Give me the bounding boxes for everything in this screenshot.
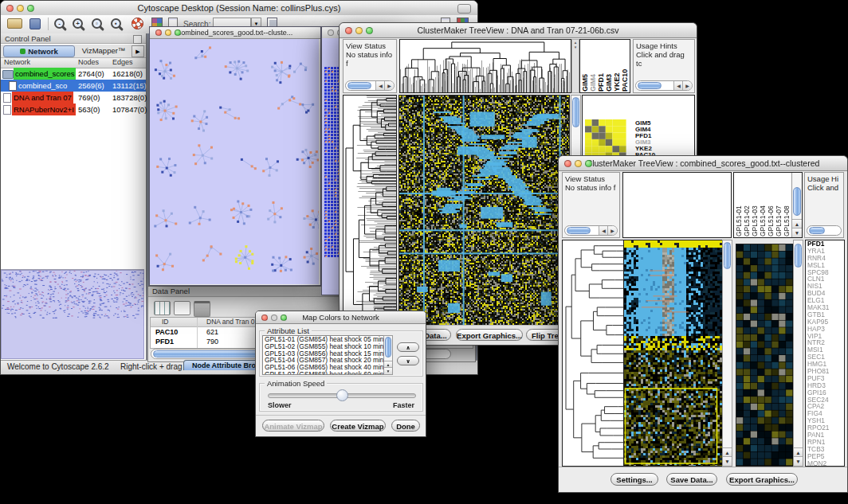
gene-label[interactable]: MON2 — [807, 460, 844, 467]
tv1-main-heatmap[interactable] — [398, 95, 570, 326]
tv2-status-scrollbar[interactable]: ◀ ▶ — [564, 225, 618, 236]
minimize-icon[interactable] — [165, 29, 171, 36]
settings-button[interactable]: Settings... — [610, 473, 658, 486]
treeview2-title-bar[interactable]: ClusterMaker TreeView : combined_scores_… — [559, 156, 847, 171]
gene-label[interactable]: FIG4 — [807, 410, 844, 417]
tv1-zoom-heatmap[interactable] — [585, 119, 626, 159]
window-controls[interactable] — [6, 1, 34, 15]
zoom-fit-icon[interactable]: ▪ — [110, 18, 124, 30]
gene-label[interactable]: CLN1 — [807, 275, 844, 283]
zoom-window-icon[interactable] — [366, 27, 373, 34]
gene-label[interactable]: ELG1 — [807, 297, 844, 304]
scrollbar-thumb[interactable] — [724, 242, 731, 269]
speed-slider-thumb[interactable] — [336, 389, 348, 401]
toolbar-toggle-icon[interactable] — [457, 4, 471, 14]
gene-label[interactable]: HMG1 — [807, 361, 844, 368]
float-panel-icon[interactable] — [133, 35, 142, 44]
zoom-window-icon[interactable] — [175, 29, 181, 36]
open-file-icon[interactable] — [7, 18, 22, 29]
zoom-in-icon[interactable]: + — [72, 18, 85, 30]
gene-label[interactable]: PEP5 — [807, 453, 844, 460]
gene-label[interactable]: PUF3 — [807, 375, 844, 382]
gene-label[interactable]: NIS1 — [807, 283, 844, 290]
scroll-down-icon[interactable]: ▼ — [794, 456, 803, 466]
tv1-usage-scrollbar[interactable]: ◀ ▶ — [635, 80, 693, 91]
gene-label[interactable]: SPC98 — [807, 269, 844, 276]
attribute-item[interactable]: GPL51-07 (GSM868) heat shock 60 min — [265, 371, 386, 375]
help-lifering-icon[interactable] — [132, 18, 143, 29]
tv2-main-heatmap[interactable] — [623, 240, 723, 467]
treeview1-title-bar[interactable]: ClusterMaker TreeView : DNA and Tran 07-… — [340, 23, 697, 38]
scroll-down-icon[interactable]: ▼ — [792, 228, 802, 237]
gene-label[interactable]: YSH1 — [807, 417, 844, 424]
minimize-icon[interactable] — [355, 27, 363, 34]
network-row[interactable]: RNAPuberNov2+I 563(0) 107847(0) — [1, 104, 146, 115]
scrollbar-thumb[interactable] — [347, 82, 371, 89]
gene-label[interactable]: HAP3 — [807, 326, 844, 333]
zoom-window-icon[interactable] — [281, 315, 287, 321]
scrollbar-thumb[interactable] — [572, 97, 579, 127]
scroll-right-icon[interactable]: ▶ — [384, 81, 394, 90]
gene-label[interactable]: MAK31 — [807, 304, 844, 311]
move-down-button[interactable]: ∨ — [397, 356, 419, 365]
tv2-usage-scrollbar[interactable] — [807, 225, 842, 236]
attribute-item[interactable]: GPL51-06 (GSM865) heat shock 40 min — [265, 364, 386, 371]
network-row[interactable]: combined_scores 2764(0) 16218(0) — [1, 68, 146, 80]
scrollbar-thumb[interactable] — [793, 187, 801, 216]
gene-label[interactable]: RPO21 — [807, 424, 844, 432]
scrollbar-thumb[interactable] — [795, 244, 802, 268]
gene-label[interactable]: BUD4 — [807, 290, 844, 297]
close-icon[interactable] — [328, 29, 334, 36]
attribute-item[interactable]: GPL51-02 (GSM855) heat shock 10 min — [265, 343, 386, 350]
network-row[interactable]: DNA and Tran 07 769(0) 183728(0) — [1, 92, 146, 104]
tv1-col-scroll-strip[interactable]: ▴▾ — [571, 39, 579, 93]
scroll-down-icon[interactable]: ▼ — [723, 456, 732, 466]
table-grid-icon[interactable] — [154, 301, 171, 315]
gene-label[interactable]: HRD3 — [807, 382, 844, 389]
attribute-item[interactable]: GPL51-01 (GSM854) heat shock 05 min — [265, 336, 386, 343]
minimize-icon[interactable] — [17, 5, 24, 12]
attribute-item[interactable]: GPL51-04 (GSM857) heat shock 20 min — [265, 357, 386, 364]
gene-label[interactable]: CPA2 — [807, 403, 844, 410]
gene-label[interactable]: PFD1 — [807, 240, 844, 248]
gene-label[interactable]: PAN1 — [807, 432, 844, 439]
tv1-status-scrollbar[interactable]: ◀ ▶ — [345, 80, 395, 91]
network-canvas[interactable] — [150, 39, 319, 284]
col-nodes[interactable]: Nodes — [78, 58, 99, 66]
scrollbar-thumb[interactable] — [638, 82, 662, 89]
export-graphics-button[interactable]: Export Graphics... — [726, 473, 798, 486]
close-icon[interactable] — [564, 160, 571, 167]
network-window-title-bar[interactable]: combined_scores_good.txt--cluste... — [150, 27, 320, 39]
zoom-region-icon[interactable]: ▫ — [91, 18, 104, 30]
attribute-item[interactable]: GPL51-03 (GSM856) heat shock 15 min — [265, 350, 386, 357]
attribute-list-vscrollbar[interactable]: ▲ ▼ — [383, 335, 393, 375]
tv2-row-dendrogram[interactable] — [562, 240, 623, 467]
gene-label[interactable]: SEC24 — [807, 397, 844, 404]
trash-icon[interactable] — [194, 301, 210, 317]
scroll-right-icon[interactable]: ▶ — [607, 226, 617, 235]
network-row-selected[interactable]: combined_sco 2569(6) 13112(15) — [1, 80, 146, 92]
scrollbar-thumb[interactable] — [567, 227, 591, 234]
tv2-zoom-heatmap[interactable] — [736, 244, 794, 467]
gene-label[interactable]: GTB1 — [807, 311, 844, 318]
close-icon[interactable] — [261, 315, 268, 321]
birdseye-view[interactable] — [1, 269, 144, 359]
col-id[interactable]: ID — [162, 318, 169, 326]
tv2-zoom-vscrollbar[interactable]: ▲ ▼ — [793, 240, 803, 467]
col-edges[interactable]: Edges — [112, 58, 133, 66]
gene-label[interactable]: NTR2 — [807, 339, 844, 346]
move-up-button[interactable]: ∧ — [397, 342, 419, 352]
create-vizmap-button[interactable]: Create Vizmap — [330, 420, 386, 432]
close-icon[interactable] — [345, 27, 352, 34]
col-network[interactable]: Network — [4, 58, 30, 66]
gene-label[interactable]: YRA1 — [807, 248, 844, 255]
gene-label[interactable]: KAP95 — [807, 318, 844, 326]
gene-label[interactable]: SEC1 — [807, 354, 844, 361]
scrollbar-thumb[interactable] — [809, 227, 825, 234]
minimize-icon[interactable] — [575, 160, 582, 167]
tv1-column-dendrogram[interactable] — [399, 39, 571, 93]
tv1-row-dendrogram[interactable] — [343, 95, 397, 326]
new-file-icon[interactable] — [174, 301, 190, 315]
zoom-out-icon[interactable]: - — [53, 18, 67, 30]
gene-label[interactable]: RPN1 — [807, 439, 844, 446]
